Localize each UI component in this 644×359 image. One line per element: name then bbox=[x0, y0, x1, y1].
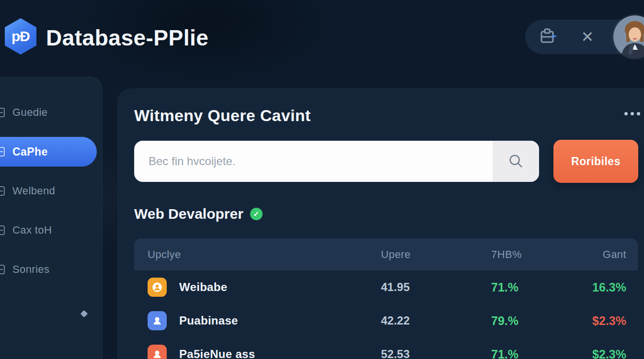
folder-icon bbox=[0, 186, 5, 196]
row-value: 42.22 bbox=[369, 314, 482, 327]
verified-check-icon: ✓ bbox=[250, 208, 263, 220]
sidebar-item-caphe[interactable]: CaPhe bbox=[0, 137, 97, 167]
row-value: 41.95 bbox=[369, 280, 482, 294]
row-name: Pa5ieNue ass bbox=[179, 348, 255, 359]
database-icon bbox=[0, 147, 5, 157]
section-title: Web Devaloprer ✓ bbox=[134, 206, 263, 222]
row-gain: 16.3% bbox=[563, 280, 638, 294]
search-input[interactable] bbox=[134, 141, 493, 182]
settings-icon bbox=[0, 265, 5, 274]
overflow-menu-icon[interactable] bbox=[622, 110, 642, 117]
action-button[interactable]: Roribiles bbox=[553, 140, 638, 183]
clipboard-edit-icon[interactable] bbox=[539, 27, 558, 46]
row-name: Puabinase bbox=[179, 314, 238, 327]
table-row[interactable]: Pa5ieNue ass 52.53 71.% $2.3% bbox=[134, 337, 638, 359]
row-value: 52.53 bbox=[369, 348, 482, 359]
sidebar-item-guedie[interactable]: Guedie bbox=[0, 101, 103, 123]
row-gain: $2.3% bbox=[563, 348, 638, 359]
row-percent: 79.% bbox=[482, 314, 563, 328]
table-row[interactable]: Weibabe 41.95 71.% 16.3% bbox=[134, 270, 638, 304]
section-title-text: Web Devaloprer bbox=[134, 206, 243, 222]
table-row[interactable]: Puabinase 42.22 79.% $2.3% bbox=[134, 304, 638, 337]
app-logo[interactable]: pĐ bbox=[5, 18, 36, 55]
user-icon bbox=[148, 278, 167, 297]
row-percent: 71.% bbox=[482, 348, 563, 359]
close-icon[interactable]: ✕ bbox=[577, 26, 598, 47]
user-icon bbox=[148, 345, 167, 359]
app-title: Database-PPlie bbox=[46, 25, 208, 51]
table-header: Upclye Upere 7HB% Gant bbox=[134, 238, 638, 270]
sidebar-item-caxtoh[interactable]: Cax toH bbox=[0, 219, 103, 241]
user-icon bbox=[148, 311, 167, 330]
row-gain: $2.3% bbox=[563, 314, 638, 328]
sidebar-item-label: Welbend bbox=[12, 185, 55, 197]
column-header: Gant bbox=[563, 248, 638, 261]
box-icon bbox=[0, 225, 5, 235]
sidebar-nav: Guedie CaPhe Welbend Cax toH Sonries bbox=[0, 77, 103, 280]
search-bar bbox=[134, 141, 539, 182]
sidebar-item-label: Guedie bbox=[12, 106, 47, 119]
column-header: Upere bbox=[369, 248, 482, 261]
sidebar-diamond-indicator bbox=[80, 310, 88, 318]
results-table: Upclye Upere 7HB% Gant Weibabe 41.95 71.… bbox=[134, 238, 638, 359]
sidebar-item-label: Sonries bbox=[12, 263, 49, 276]
sidebar: Guedie CaPhe Welbend Cax toH Sonries bbox=[0, 77, 103, 359]
app-logo-text: pĐ bbox=[12, 28, 30, 45]
page-title: Witmeny Quere Cavint bbox=[134, 106, 310, 125]
row-name: Weibabe bbox=[179, 280, 227, 294]
sidebar-item-label: CaPhe bbox=[12, 146, 48, 158]
search-icon[interactable] bbox=[493, 141, 539, 182]
column-header: Upclye bbox=[134, 248, 369, 261]
document-icon bbox=[0, 108, 5, 117]
sidebar-item-welbend[interactable]: Welbend bbox=[0, 180, 103, 202]
column-header: 7HB% bbox=[482, 248, 563, 261]
row-percent: 71.% bbox=[482, 280, 563, 294]
sidebar-item-label: Cax toH bbox=[12, 224, 52, 236]
sidebar-item-sonries[interactable]: Sonries bbox=[0, 258, 103, 280]
